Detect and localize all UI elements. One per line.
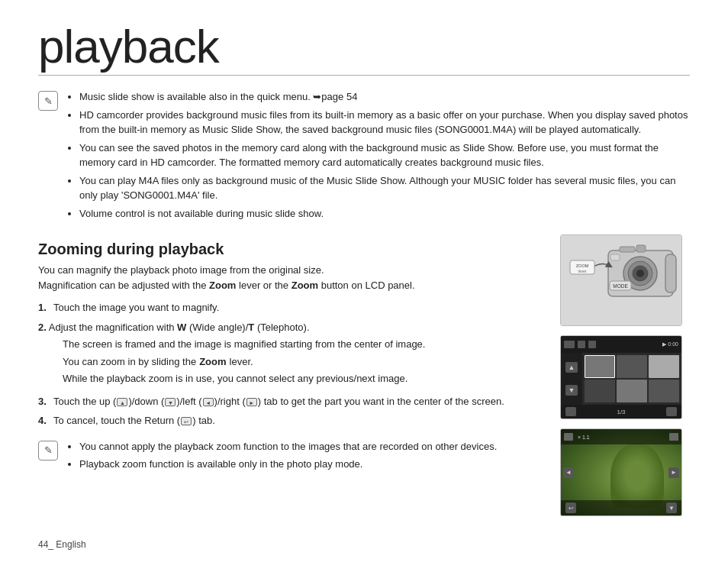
up-arrow-btn[interactable]: ▲ — [565, 362, 578, 373]
step-2: 2. Adjust the magnification with W (Wide… — [38, 320, 545, 389]
note-list-2: You cannot apply the playback zoom funct… — [66, 439, 497, 472]
return-icon: ↩ — [181, 417, 192, 425]
page-number: 44_ English — [38, 539, 86, 550]
images-column: MODE ZOOM lever — [560, 234, 690, 516]
down-icon: ▼ — [165, 398, 176, 406]
svg-text:MODE: MODE — [613, 283, 628, 289]
svg-rect-6 — [636, 245, 646, 252]
svg-point-4 — [636, 270, 644, 277]
thumb-6[interactable] — [649, 380, 679, 402]
cam2-thumbs — [582, 353, 681, 405]
step-text-4: To cancel, touch the Return (↩) tab. — [53, 413, 215, 428]
note-item: You can see the saved photos in the memo… — [79, 141, 690, 170]
note-item: Playback zoom function is available only… — [79, 457, 497, 472]
camera-image-3: × 1.1 ◄ ► ↩ ▼ — [560, 428, 682, 516]
step-1: 1. Touch the image you want to magnify. — [38, 300, 545, 315]
cam3-icon2 — [669, 433, 678, 441]
cam2-inner: ▶ 0:00 ▲ ▼ — [561, 336, 681, 419]
camera-image-1: MODE ZOOM lever — [560, 234, 682, 326]
note-item: You can play M4A files only as backgroun… — [79, 173, 690, 203]
t-label: T — [248, 322, 254, 333]
sub-item: The screen is framed and the image is ma… — [63, 337, 425, 352]
svg-rect-5 — [620, 247, 635, 252]
left-icon: ◄ — [203, 398, 214, 406]
cam3-inner: × 1.1 ◄ ► ↩ ▼ — [561, 429, 681, 516]
main-content: Zooming during playback You can magnify … — [38, 234, 690, 516]
intro-text: You can magnify the playback photo image… — [38, 263, 545, 292]
page-title: playback — [38, 23, 690, 76]
cam2-top-info: ▶ 0:00 — [662, 341, 678, 347]
cam2-icon — [588, 341, 596, 348]
step-num-2: 2. — [38, 322, 47, 333]
note-icon-2: ✎ — [38, 441, 58, 461]
note-block-2: ✎ You cannot apply the playback zoom fun… — [38, 439, 545, 475]
cam1-inner: MODE ZOOM lever — [561, 235, 681, 325]
svg-text:lever: lever — [578, 269, 586, 273]
sub-item: While the playback zoom is in use, you c… — [63, 371, 425, 386]
step-3: 3. Touch the up (▲)/down (▼)/left (◄)/ri… — [38, 394, 545, 409]
intro-line-1: You can magnify the playback photo image… — [38, 264, 324, 276]
thumb-5[interactable] — [617, 380, 647, 402]
return-btn[interactable]: ↩ — [565, 503, 576, 513]
step-num-3: 3. — [38, 394, 50, 409]
cam3-top-bar: × 1.1 — [561, 429, 681, 444]
note-block-1: ✎ Music slide show is available also in … — [38, 89, 690, 224]
cam2-icon — [578, 341, 585, 348]
thumb-2[interactable] — [617, 355, 647, 378]
down-arrow-btn[interactable]: ▼ — [565, 385, 578, 396]
zoom-word-1: Zoom — [209, 280, 236, 291]
step-4: 4. To cancel, touch the Return (↩) tab. — [38, 413, 545, 428]
cam3-side-arrows: ◄ ► — [561, 467, 681, 478]
cam2-bottom-bar: 1/3 — [561, 405, 681, 419]
camera-image-2: ▶ 0:00 ▲ ▼ — [560, 335, 682, 419]
note-icon-1: ✎ — [38, 91, 58, 111]
cam3-bottom-bar: ↩ ▼ — [561, 500, 681, 516]
note-item: HD camcorder provides background music f… — [79, 108, 690, 137]
note-list-1: Music slide show is available also in th… — [66, 89, 690, 221]
steps-container: 1. Touch the image you want to magnify. … — [38, 300, 545, 428]
thumb-3[interactable] — [649, 355, 679, 378]
text-column: Zooming during playback You can magnify … — [38, 234, 545, 516]
camera-diagram-svg: MODE ZOOM lever — [566, 239, 677, 322]
note-item: Music slide show is available also in th… — [79, 89, 690, 105]
step-text-1: Touch the image you want to magnify. — [53, 300, 219, 315]
steps-list: 1. Touch the image you want to magnify. … — [38, 300, 545, 428]
cam2-icon — [564, 341, 575, 348]
thumb-4[interactable] — [585, 380, 615, 402]
svg-text:ZOOM: ZOOM — [575, 263, 588, 268]
cam3-icon — [564, 433, 573, 441]
section-heading: Zooming during playback — [38, 241, 545, 258]
step-num-4: 4. — [38, 413, 50, 428]
down-btn[interactable]: ▼ — [666, 503, 677, 513]
left-arrow-btn[interactable]: ◄ — [563, 467, 574, 478]
note-item: Volume control is not available during m… — [79, 206, 690, 221]
thumb-1[interactable] — [585, 355, 615, 378]
menu-icon-bottom — [666, 407, 677, 416]
step-num-1: 1. — [38, 300, 50, 315]
cam2-top-bar: ▶ 0:00 — [561, 336, 681, 353]
note-content-2: You cannot apply the playback zoom funct… — [66, 439, 497, 475]
svg-rect-10 — [665, 254, 676, 292]
step-2-sub: The screen is framed and the image is ma… — [38, 337, 425, 386]
right-icon: ► — [246, 398, 257, 406]
w-label: W — [177, 322, 186, 333]
step-text-3: Touch the up (▲)/down (▼)/left (◄)/right… — [53, 394, 504, 409]
svg-rect-9 — [610, 254, 620, 260]
note-content-1: Music slide show is available also in th… — [66, 89, 690, 224]
up-icon: ▲ — [117, 398, 127, 406]
counter-display: 1/3 — [617, 409, 625, 415]
zoom-word-2: Zoom — [292, 280, 318, 291]
cam2-body: ▲ ▼ — [561, 353, 681, 405]
right-arrow-btn[interactable]: ► — [668, 467, 679, 478]
camera-icon-bottom — [565, 407, 576, 416]
page-footer: 44_ English — [38, 539, 690, 550]
sub-item: You can zoom in by sliding the Zoom leve… — [63, 354, 425, 370]
note-item: You cannot apply the playback zoom funct… — [79, 439, 497, 454]
cam2-sidebar: ▲ ▼ — [561, 353, 582, 405]
zoom-word-3: Zoom — [199, 354, 226, 370]
cam3-zoom-info: × 1.1 — [578, 435, 590, 440]
